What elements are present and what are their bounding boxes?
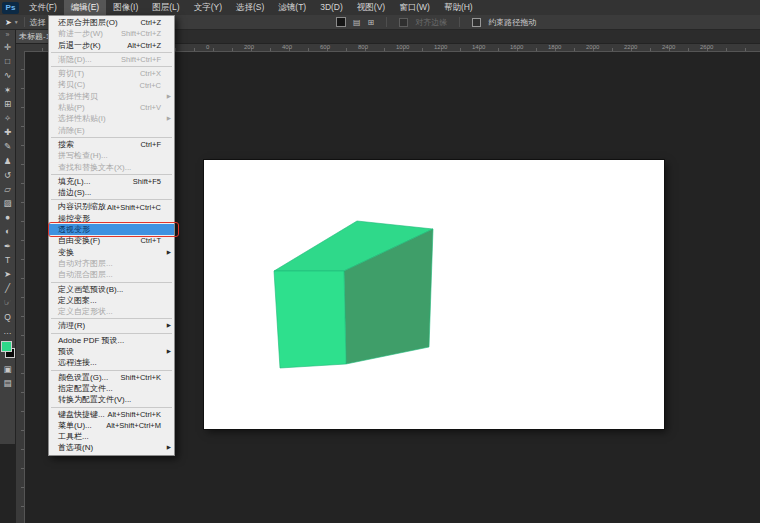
menu-separator: [51, 370, 172, 371]
menu-item-颜色设置G[interactable]: 颜色设置(G)...Shift+Ctrl+K: [49, 372, 174, 383]
hand-tool[interactable]: ☞: [0, 295, 15, 309]
menu-item-选择性拷贝[interactable]: 选择性拷贝▶: [49, 91, 174, 102]
menu-item-label: 剪切(T): [58, 68, 84, 79]
menubar-item-image[interactable]: 图像(I): [106, 0, 145, 15]
canvas[interactable]: [204, 160, 664, 429]
quick-selection-tool[interactable]: ✶: [0, 83, 15, 97]
lasso-tool[interactable]: ∿: [0, 68, 15, 82]
menu-item-剪切T[interactable]: 剪切(T)Ctrl+X: [49, 68, 174, 79]
menubar-item-filter[interactable]: 滤镜(T): [271, 0, 313, 15]
menu-item-选择性粘贴I[interactable]: 选择性粘贴(I)▶: [49, 113, 174, 124]
menu-item-自动混合图层[interactable]: 自动混合图层...: [49, 269, 174, 280]
menu-item-shortcut: Ctrl+F: [140, 140, 161, 149]
quick-mask-icon[interactable]: ▣: [0, 362, 15, 376]
ruler-label: 2200: [624, 44, 637, 50]
menu-item-后退一步K[interactable]: 后退一步(K)Alt+Ctrl+Z: [49, 40, 174, 51]
menu-item-变换[interactable]: 变换▶: [49, 247, 174, 258]
menu-separator: [51, 199, 172, 200]
screen-mode-icon[interactable]: ▤: [0, 376, 15, 390]
menubar-item-window[interactable]: 窗口(W): [392, 0, 437, 15]
menu-item-预设[interactable]: 预设▶: [49, 346, 174, 357]
menu-item-转换为配置文件V[interactable]: 转换为配置文件(V)...: [49, 394, 174, 405]
type-tool[interactable]: T: [0, 253, 15, 267]
toolbar-ellipsis[interactable]: …: [0, 324, 15, 338]
fill-swatch[interactable]: [336, 17, 346, 27]
menu-item-菜单U[interactable]: 菜单(U)...Alt+Shift+Ctrl+M: [49, 420, 174, 431]
menu-item-拷贝C[interactable]: 拷贝(C)Ctrl+C: [49, 79, 174, 90]
menu-separator: [51, 137, 172, 138]
menu-item-工具栏[interactable]: 工具栏...: [49, 431, 174, 442]
chevron-down-icon[interactable]: ▼: [14, 19, 19, 25]
select-mode-label: 选择: [30, 17, 46, 28]
clone-stamp-tool[interactable]: ♟: [0, 154, 15, 168]
menu-item-label: 自动对齐图层...: [58, 258, 113, 269]
constrain-path-drag-checkbox[interactable]: [472, 18, 481, 27]
divider: [459, 17, 460, 27]
menubar-item-type[interactable]: 文字(Y): [187, 0, 229, 15]
align-edges-checkbox[interactable]: [399, 18, 408, 27]
menu-item-粘贴P[interactable]: 粘贴(P)Ctrl+V: [49, 102, 174, 113]
menu-item-查找和替换文本X[interactable]: 查找和替换文本(X)...: [49, 162, 174, 173]
rectangular-marquee-tool[interactable]: □: [0, 54, 15, 68]
healing-brush-tool[interactable]: ✚: [0, 125, 15, 139]
menu-item-前进一步W[interactable]: 前进一步(W)Shift+Ctrl+Z: [49, 28, 174, 39]
menu-item-定义画笔预设B[interactable]: 定义画笔预设(B)...: [49, 284, 174, 295]
blur-tool[interactable]: ●: [0, 210, 15, 224]
menubar-item-help[interactable]: 帮助(H): [437, 0, 480, 15]
menu-item-填充L[interactable]: 填充(L)...Shift+F5: [49, 176, 174, 187]
menubar-item-3d[interactable]: 3D(D): [313, 0, 350, 15]
ruler-label: 1400: [472, 44, 485, 50]
menu-item-label: 自动混合图层...: [58, 269, 113, 280]
menu-item-label: 菜单(U)...: [58, 420, 92, 431]
submenu-arrow-icon: ▶: [167, 91, 171, 102]
menu-item-清除E[interactable]: 清除(E): [49, 125, 174, 136]
align-icon[interactable]: ▤: [353, 18, 361, 27]
menubar-item-file[interactable]: 文件(F): [22, 0, 64, 15]
menu-item-自动对齐图层[interactable]: 自动对齐图层...: [49, 258, 174, 269]
menu-item-label: 粘贴(P): [58, 102, 85, 113]
menu-item-Adobe PDF 预设[interactable]: Adobe PDF 预设...: [49, 335, 174, 346]
crop-tool[interactable]: ⊞: [0, 97, 15, 111]
menu-item-渐隐D[interactable]: 渐隐(D)...Shift+Ctrl+F: [49, 54, 174, 65]
menu-item-拼写检查H[interactable]: 拼写检查(H)...: [49, 150, 174, 161]
menu-item-定义图案[interactable]: 定义图案...: [49, 295, 174, 306]
gradient-tool[interactable]: ▨: [0, 196, 15, 210]
collapse-panel-icon[interactable]: »: [0, 30, 15, 40]
menu-item-描边S[interactable]: 描边(S)...: [49, 187, 174, 198]
menu-item-shortcut: Shift+Ctrl+K: [121, 373, 161, 382]
zoom-tool[interactable]: Q: [0, 310, 15, 324]
menubar-item-view[interactable]: 视图(V): [350, 0, 392, 15]
menu-item-label: 内容识别缩放: [58, 201, 106, 212]
menu-item-透视变形[interactable]: 透视变形: [49, 224, 174, 235]
ruler-label: 1800: [548, 44, 561, 50]
menu-item-清理R[interactable]: 清理(R)▶: [49, 320, 174, 331]
menu-item-首选项N[interactable]: 首选项(N)▶: [49, 442, 174, 453]
arrange-icon[interactable]: ⊞: [368, 18, 375, 27]
submenu-arrow-icon: ▶: [167, 113, 171, 124]
move-tool[interactable]: ✛: [0, 40, 15, 54]
dodge-tool[interactable]: ◐: [0, 224, 15, 238]
menubar-item-layer[interactable]: 图层(L): [145, 0, 186, 15]
menu-item-内容识别缩放[interactable]: 内容识别缩放Alt+Shift+Ctrl+C: [49, 201, 174, 212]
path-selection-tool-icon[interactable]: ➤: [5, 18, 12, 27]
menu-item-远程连接[interactable]: 远程连接...: [49, 357, 174, 368]
brush-tool[interactable]: ✎: [0, 139, 15, 153]
foreground-color-swatch[interactable]: [1, 341, 12, 352]
menu-item-还原合并图层O[interactable]: 还原合并图层(O)Ctrl+Z: [49, 17, 174, 28]
menubar-item-select[interactable]: 选择(S): [229, 0, 271, 15]
history-brush-tool[interactable]: ↺: [0, 168, 15, 182]
menu-item-键盘快捷键[interactable]: 键盘快捷键...Alt+Shift+Ctrl+K: [49, 409, 174, 420]
menu-item-自由变换F[interactable]: 自由变换(F)Ctrl+T: [49, 235, 174, 246]
menu-item-shortcut: Alt+Shift+Ctrl+M: [106, 421, 161, 430]
menu-item-label: 选择性拷贝: [58, 91, 98, 102]
menu-item-定义自定形状[interactable]: 定义自定形状...: [49, 306, 174, 317]
path-selection-tool[interactable]: ➤: [0, 267, 15, 281]
menu-item-搜索[interactable]: 搜索Ctrl+F: [49, 139, 174, 150]
eraser-tool[interactable]: ▱: [0, 182, 15, 196]
eyedropper-tool[interactable]: ✧: [0, 111, 15, 125]
menu-item-操控变形[interactable]: 操控变形: [49, 213, 174, 224]
shape-tool[interactable]: ╱: [0, 281, 15, 295]
menu-item-指定配置文件[interactable]: 指定配置文件...: [49, 383, 174, 394]
pen-tool[interactable]: ✒: [0, 239, 15, 253]
menubar-item-edit[interactable]: 编辑(E): [64, 0, 106, 15]
